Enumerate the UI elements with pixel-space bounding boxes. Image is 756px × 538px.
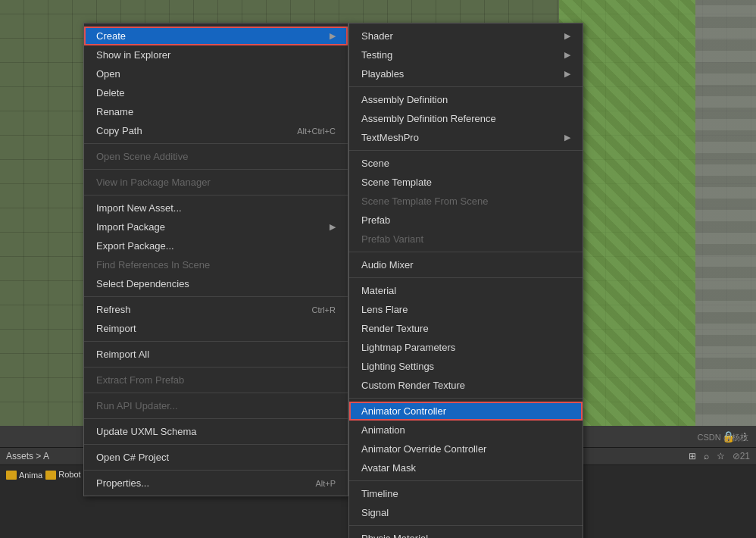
menu-item-animation[interactable]: Animation	[349, 421, 583, 439]
menu-item-view-package-manager: View in Package Manager	[84, 173, 348, 192]
menu-item-audio-mixer[interactable]: Audio Mixer	[349, 255, 583, 274]
menu-item-textmeshpro[interactable]: TextMeshPro ▶	[349, 128, 583, 147]
menu-item-prefab-variant: Prefab Variant	[349, 230, 583, 249]
menu-item-custom-render-texture[interactable]: Custom Render Texture	[349, 376, 583, 395]
watermark: CSDN @杨枝	[698, 432, 748, 443]
menu-item-open-scene-additive: Open Scene Additive	[84, 147, 348, 166]
menu-item-lighting-settings[interactable]: Lighting Settings	[349, 357, 583, 376]
right-separator-6	[349, 480, 583, 481]
folder-item-robot[interactable]: Robot	[45, 470, 80, 480]
arrow-icon-tmp: ▶	[564, 133, 570, 142]
arrow-icon-shader: ▶	[564, 31, 570, 41]
right-separator-1	[349, 86, 583, 87]
folder-label-anima: Anima	[19, 471, 42, 480]
menu-item-shader[interactable]: Shader ▶	[349, 27, 583, 45]
menu-item-animator-override-controller[interactable]: Animator Override Controller	[349, 439, 583, 458]
menu-item-extract-from-prefab: Extract From Prefab	[84, 371, 348, 389]
menu-item-material[interactable]: Material	[349, 281, 583, 300]
separator-4	[84, 296, 348, 297]
arrow-icon: ▶	[330, 31, 336, 41]
right-separator-5	[349, 398, 583, 399]
breadcrumb-label: Assets > A	[6, 451, 49, 461]
separator-5	[84, 341, 348, 342]
folder-icon-robot	[45, 471, 56, 480]
menu-item-avatar-mask[interactable]: Avatar Mask	[349, 458, 583, 477]
separator-1	[84, 143, 348, 144]
right-separator-2	[349, 150, 583, 151]
menu-item-lens-flare[interactable]: Lens Flare	[349, 300, 583, 319]
menu-item-assembly-definition[interactable]: Assembly Definition	[349, 90, 583, 109]
menu-item-import-new-asset[interactable]: Import New Asset...	[84, 199, 348, 217]
menu-item-testing[interactable]: Testing ▶	[349, 45, 583, 64]
menu-item-open[interactable]: Open	[84, 64, 348, 83]
context-menu-left: Create ▶ Show in Explorer Open Delete Re…	[83, 23, 348, 496]
menu-item-reimport-all[interactable]: Reimport All	[84, 345, 348, 364]
menu-item-timeline[interactable]: Timeline	[349, 484, 583, 503]
menu-item-properties[interactable]: Properties... Alt+P	[84, 474, 348, 493]
right-separator-7	[349, 525, 583, 526]
arrow-icon-import: ▶	[330, 222, 336, 232]
menu-item-scene-template[interactable]: Scene Template	[349, 173, 583, 192]
toolbar-icons: ⊞ ⌕ ☆ ⊘21	[689, 451, 750, 461]
menu-item-import-package[interactable]: Import Package ▶	[84, 217, 348, 236]
menu-item-assembly-definition-reference[interactable]: Assembly Definition Reference	[349, 109, 583, 128]
menu-item-refresh[interactable]: Refresh Ctrl+R	[84, 300, 348, 319]
search-icon[interactable]: ⌕	[704, 451, 709, 461]
menu-item-signal[interactable]: Signal	[349, 503, 583, 522]
count-badge: ⊘21	[733, 451, 750, 461]
folder-icon-anima	[6, 471, 17, 480]
context-menu-right: Shader ▶ Testing ▶ Playables ▶ Assembly …	[348, 23, 583, 538]
menu-item-select-dependencies[interactable]: Select Dependencies	[84, 274, 348, 293]
separator-3	[84, 195, 348, 195]
menu-item-scene[interactable]: Scene	[349, 154, 583, 173]
separator-2	[84, 169, 348, 170]
separator-10	[84, 470, 348, 471]
menu-item-scene-template-from-scene: Scene Template From Scene	[349, 192, 583, 211]
right-separator-4	[349, 277, 583, 278]
folder-item-anima[interactable]: Anima	[6, 471, 42, 480]
menu-item-rename[interactable]: Rename	[84, 102, 348, 121]
menu-item-export-package[interactable]: Export Package...	[84, 236, 348, 255]
menu-item-create[interactable]: Create ▶	[84, 27, 348, 45]
menu-item-run-api-updater: Run API Updater...	[84, 396, 348, 415]
menu-item-copy-path[interactable]: Copy Path Alt+Ctrl+C	[84, 121, 348, 140]
menu-item-reimport[interactable]: Reimport	[84, 319, 348, 338]
menu-item-show-in-explorer[interactable]: Show in Explorer	[84, 45, 348, 64]
separator-7	[84, 393, 348, 393]
menu-item-update-uxml-schema[interactable]: Update UXML Schema	[84, 422, 348, 441]
menu-item-animator-controller[interactable]: Animator Controller	[349, 402, 583, 421]
folder-label-robot: Robot	[58, 470, 80, 479]
grid-icon[interactable]: ⊞	[689, 451, 696, 461]
menu-item-lightmap-parameters[interactable]: Lightmap Parameters	[349, 338, 583, 357]
separator-8	[84, 418, 348, 419]
separator-6	[84, 367, 348, 368]
menu-item-find-references: Find References In Scene	[84, 255, 348, 274]
star-icon[interactable]: ☆	[717, 451, 725, 461]
separator-9	[84, 444, 348, 445]
stone-wall	[695, 0, 756, 426]
menu-item-prefab[interactable]: Prefab	[349, 211, 583, 230]
right-separator-3	[349, 252, 583, 252]
arrow-icon-testing: ▶	[564, 50, 570, 60]
menu-item-render-texture[interactable]: Render Texture	[349, 319, 583, 338]
menu-item-physic-material[interactable]: Physic Material	[349, 529, 583, 538]
menu-item-open-csharp-project[interactable]: Open C# Project	[84, 448, 348, 467]
menu-item-delete[interactable]: Delete	[84, 83, 348, 102]
menu-item-playables[interactable]: Playables ▶	[349, 64, 583, 83]
arrow-icon-playables: ▶	[564, 69, 570, 79]
